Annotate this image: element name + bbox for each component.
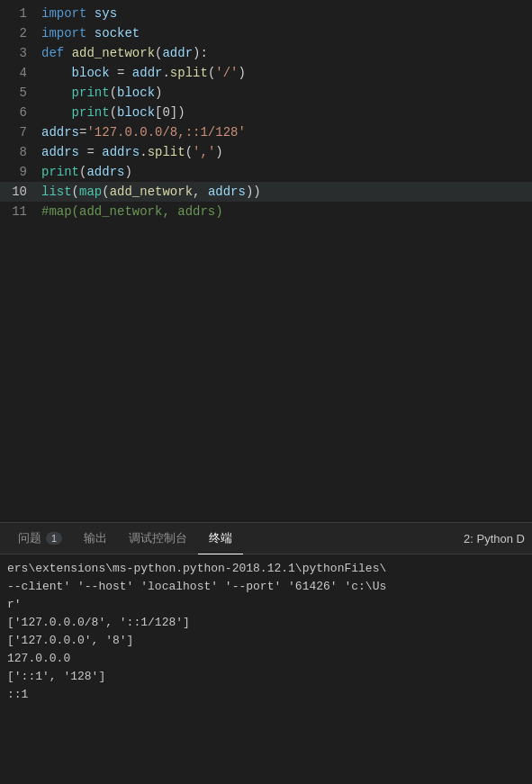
code-line: 1import sys [0,4,532,23]
token-builtin: print [41,165,79,179]
line-number: 9 [0,162,38,182]
code-line: 6 print(block[0]) [0,103,532,122]
token-plain: ) [155,86,162,100]
token-var: addrs [41,145,79,159]
code-content[interactable]: addrs = addrs.split(',') [38,142,532,162]
code-line: 3def add_network(addr): [0,43,532,63]
token-plain: ( [102,185,109,199]
line-number: 4 [0,63,38,83]
token-kw: def [41,46,64,60]
terminal-line: --client' '--host' 'localhost' '--port' … [7,578,525,596]
token-plain [41,66,72,80]
panel-area: 问题1输出调试控制台终端2: Python D ers\extensions\m… [0,522,532,784]
panel-tab-debug[interactable]: 调试控制台 [118,523,198,554]
line-number: 3 [0,43,38,63]
token-plain [86,6,94,21]
code-line: 5 print(block) [0,83,532,103]
terminal-content: ers\extensions\ms-python.python-2018.12.… [0,554,532,709]
line-number: 10 [0,182,38,202]
panel-tab-label: 调试控制台 [129,530,187,546]
token-var: socket [95,26,140,41]
token-kw: import [41,26,86,41]
token-plain: . [162,66,169,80]
code-content[interactable]: list(map(add_network, addrs)) [38,182,532,202]
code-content[interactable]: print(block) [38,83,532,103]
token-var: addrs [86,165,124,179]
code-content[interactable]: addrs='127.0.0.0/8,::1/128' [38,122,532,142]
token-plain: ) [239,66,246,80]
token-builtin: map [79,185,102,199]
terminal-line: ['::1', '128'] [7,668,525,686]
code-line: 4 block = addr.split('/') [0,63,532,83]
code-line: 11#map(add_network, addrs) [0,202,532,221]
token-plain: = [79,145,102,159]
panel-tab-terminal[interactable]: 终端 [198,523,243,554]
line-number: 11 [0,202,38,221]
line-number: 7 [0,122,38,142]
token-builtin: print [72,86,110,100]
code-content[interactable]: #map(add_network, addrs) [38,202,532,221]
code-content[interactable]: print(addrs) [38,162,532,182]
token-fn: add_network [110,185,193,199]
terminal-line: ::1 [7,686,525,704]
token-str: '127.0.0.0/8,::1/128' [86,125,245,140]
token-plain: ): [193,46,208,60]
token-plain [86,26,94,41]
token-var: block [72,66,110,80]
panel-tab-problems[interactable]: 问题1 [7,523,73,554]
terminal-line: r' [7,596,525,614]
token-fn: split [148,145,185,159]
line-number: 6 [0,103,38,122]
token-plain: ( [110,105,117,120]
editor-area: 1import sys2import socket3def add_networ… [0,0,532,522]
token-plain [41,86,72,100]
code-line: 8addrs = addrs.split(',') [0,142,532,162]
token-var: sys [95,6,117,21]
code-content[interactable]: def add_network(addr): [38,43,532,63]
code-content[interactable]: block = addr.split('/') [38,63,532,83]
code-line: 7addrs='127.0.0.0/8,::1/128' [0,122,532,142]
panel-tabs: 问题1输出调试控制台终端2: Python D [0,523,532,554]
code-content[interactable]: import socket [38,23,532,43]
token-plain [64,46,71,60]
token-plain: ( [185,145,193,159]
token-plain: ) [215,145,222,159]
token-builtin: print [72,105,110,120]
code-container: 1import sys2import socket3def add_networ… [0,0,532,221]
code-line: 9print(addrs) [0,162,532,182]
terminal-line: 127.0.0.0 [7,650,525,668]
token-plain: , [193,185,208,199]
token-var: addrs [41,125,79,140]
line-number: 1 [0,4,38,23]
token-param: addr [162,46,193,60]
token-cm: #map(add_network, addrs) [41,204,223,219]
code-line: 2import socket [0,23,532,43]
token-plain: = [110,66,132,80]
token-fn: split [170,66,208,80]
token-str: ',' [193,145,215,159]
token-var: block [117,86,155,100]
code-line: 10list(map(add_network, addrs)) [0,182,532,202]
token-plain: . [140,145,147,159]
terminal-line: ['127.0.0.0', '8'] [7,632,525,650]
token-plain: ) [124,165,131,179]
token-kw: import [41,6,86,21]
panel-tab-label: 输出 [84,530,107,546]
code-content[interactable]: print(block[0]) [38,103,532,122]
panel-tab-label: 问题 [18,530,41,546]
panel-tab-label: 终端 [209,530,232,546]
code-content[interactable]: import sys [38,4,532,23]
panel-tab-output[interactable]: 输出 [73,523,118,554]
token-var: addrs [208,185,246,199]
token-fn: add_network [72,46,155,60]
line-number: 8 [0,142,38,162]
token-plain: ( [72,185,79,199]
terminal-line: ['127.0.0.0/8', '::1/128'] [7,614,525,632]
token-plain: ( [110,86,117,100]
token-var: addrs [102,145,140,159]
panel-right-label: 2: Python D [464,532,525,545]
token-var: addr [132,66,163,80]
token-plain [41,105,72,120]
token-builtin: list [41,185,72,199]
terminal-line: ers\extensions\ms-python.python-2018.12.… [7,560,525,578]
